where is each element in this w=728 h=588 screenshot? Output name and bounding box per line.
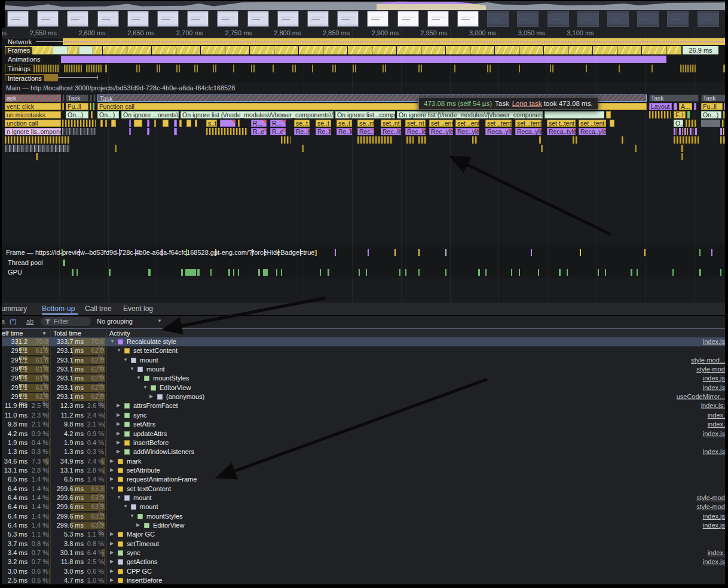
flame-fragment[interactable]: [545, 111, 604, 118]
tab-ummary[interactable]: ummary: [1, 303, 34, 315]
table-row[interactable]: 34.6 ms7.3 %34.9 ms7.4 %▶mark: [0, 457, 728, 466]
flame-fragment[interactable]: [238, 120, 240, 127]
expander-closed-icon[interactable]: ▶: [117, 449, 120, 454]
flame-fragment[interactable]: [154, 120, 156, 127]
flame-fragment[interactable]: [610, 120, 614, 127]
expander-open-icon[interactable]: ▼: [123, 504, 128, 509]
flame-fragment[interactable]: [674, 103, 677, 110]
source-link[interactable]: style-mod: [696, 494, 725, 501]
flame-block[interactable]: Reca..tyle: [547, 128, 576, 135]
source-link[interactable]: index.js: [703, 338, 725, 345]
flame-fragment[interactable]: [90, 95, 92, 102]
flame-fragment[interactable]: [186, 120, 191, 127]
flame-fragment[interactable]: [36, 153, 38, 160]
flame-fragment[interactable]: [539, 136, 541, 144]
flame-block[interactable]: R...: [251, 120, 267, 127]
flame-fragment[interactable]: [418, 136, 427, 144]
expander-open-icon[interactable]: ▼: [130, 366, 134, 371]
column-total-time[interactable]: Total time: [53, 330, 81, 337]
flame-block[interactable]: unction call: [5, 120, 61, 127]
flame-fragment[interactable]: [174, 120, 177, 127]
table-row[interactable]: 6.5 ms1.4 %6.5 ms1.4 %▶requestAnimationF…: [0, 475, 728, 484]
flame-fragment[interactable]: [357, 136, 393, 144]
flame-block[interactable]: set ..tent: [515, 120, 542, 127]
flame-fragment[interactable]: [541, 145, 543, 152]
expander-closed-icon[interactable]: ▶: [136, 522, 140, 528]
table-row[interactable]: 1.9 ms0.4 %1.9 ms0.4 %▶insertBefore: [0, 438, 728, 447]
table-row[interactable]: 3.7 ms0.8 %3.8 ms0.8 %▶setTimeout: [0, 540, 728, 549]
expander-closed-icon[interactable]: ▶: [149, 394, 153, 399]
flame-block[interactable]: Rec..le: [357, 128, 374, 135]
source-link[interactable]: style-mod: [696, 503, 725, 510]
flame-block[interactable]: Rec..yle: [429, 128, 453, 135]
table-row[interactable]: 2.5 ms0.5 %4.7 ms1.0 %▶insertBefore: [0, 576, 728, 584]
table-row[interactable]: 291.1 ms61.6 %293.1 ms62.0 %▼mountstyle-…: [0, 356, 728, 365]
table-row[interactable]: 6.4 ms1.4 %299.6 ms63.3 %▼mountstyle-mod: [0, 502, 728, 511]
source-link[interactable]: index.js: [703, 430, 725, 437]
expander-closed-icon[interactable]: ▶: [110, 577, 114, 583]
frame-duration-badge[interactable]: 26.9 ms: [683, 46, 718, 54]
filmstrip-thumbnail[interactable]: [367, 11, 389, 27]
screenshot-filmstrip[interactable]: [5, 10, 725, 28]
expander-closed-icon[interactable]: ▶: [117, 431, 120, 436]
filmstrip-thumbnail[interactable]: [517, 11, 539, 27]
flame-block[interactable]: On ignore list (\/node_modules\/|\/bower…: [397, 111, 543, 118]
flame-block[interactable]: On...): [701, 111, 721, 118]
flame-block[interactable]: On...): [97, 111, 119, 118]
table-row[interactable]: 4.2 ms0.9 %4.2 ms0.9 %▶updateAttrsindex.…: [0, 429, 728, 438]
table-row[interactable]: 6.4 ms1.4 %299.6 ms63.3 %▼set textConten…: [0, 485, 728, 493]
tab-event-log[interactable]: Event log: [123, 303, 156, 315]
flame-fragment[interactable]: [681, 153, 683, 160]
grouping-dropdown-arrow-icon[interactable]: ▼: [157, 318, 162, 324]
table-row[interactable]: 291.1 ms61.6 %293.1 ms62.0 %▼EditorViewi…: [0, 383, 728, 392]
source-link[interactable]: index.js: [703, 374, 725, 382]
table-row[interactable]: 291.1 ms61.6 %293.1 ms62.0 %▼mountstyle-…: [0, 365, 728, 374]
flame-fragment[interactable]: [220, 120, 235, 127]
expander-closed-icon[interactable]: ▶: [117, 412, 120, 418]
flame-fragment[interactable]: [62, 120, 96, 127]
table-row[interactable]: 3.2 ms0.7 %11.8 ms2.5 %▶getActionsindex.…: [0, 557, 728, 566]
flame-fragment[interactable]: [163, 120, 169, 127]
flame-block[interactable]: Task: [66, 95, 88, 102]
flame-fragment[interactable]: [129, 128, 131, 135]
flame-block[interactable]: Layout: [649, 103, 672, 110]
flame-block[interactable]: R..e: [251, 128, 267, 135]
flame-block[interactable]: se..t: [337, 120, 352, 127]
flame-fragment[interactable]: [90, 103, 91, 110]
flame-fragment[interactable]: [406, 136, 414, 144]
flame-block[interactable]: set..nt: [405, 120, 426, 127]
flame-fragment[interactable]: [91, 111, 93, 118]
flame-fragment[interactable]: [5, 145, 69, 152]
flame-fragment[interactable]: [93, 95, 96, 102]
expander-open-icon[interactable]: ▼: [123, 357, 128, 362]
source-link[interactable]: index.js: [703, 384, 725, 391]
main-thread-title[interactable]: Main — http://localhost:3000/projects/bd…: [6, 84, 235, 92]
table-row[interactable]: 11.9 ms2.5 %12.3 ms2.6 %▶attrsFromFaceti…: [0, 401, 728, 410]
expander-closed-icon[interactable]: ▶: [117, 403, 120, 408]
filmstrip-thumbnail[interactable]: [397, 11, 419, 27]
source-link[interactable]: index.js:: [701, 402, 725, 409]
flame-block[interactable]: O...: [674, 120, 683, 127]
flame-fragment[interactable]: [606, 111, 611, 118]
flame-block[interactable]: Re..e: [294, 128, 310, 135]
flame-fragment[interactable]: [472, 136, 478, 144]
expander-closed-icon[interactable]: ▶: [110, 541, 114, 546]
column-self-time[interactable]: elf time: [2, 330, 23, 337]
flame-fragment[interactable]: [174, 128, 177, 135]
filmstrip-thumbnail[interactable]: [487, 11, 509, 27]
expander-closed-icon[interactable]: ▶: [110, 550, 114, 555]
expander-open-icon[interactable]: ▼: [117, 348, 121, 353]
filmstrip-thumbnail[interactable]: [667, 11, 689, 27]
expander-closed-icon[interactable]: ▶: [110, 531, 114, 537]
filmstrip-thumbnail[interactable]: [457, 11, 479, 27]
expander-closed-icon[interactable]: ▶: [117, 421, 120, 426]
flame-block[interactable]: s..t: [206, 120, 217, 127]
flame-block[interactable]: On...): [66, 111, 88, 118]
table-row[interactable]: 13.1 ms2.8 %13.1 ms2.8 %▶setAttribute: [0, 466, 728, 475]
filmstrip-thumbnail[interactable]: [127, 11, 149, 27]
cpu-overview-strip[interactable]: [5, 1, 725, 10]
filmstrip-thumbnail[interactable]: [247, 11, 269, 27]
flame-block[interactable]: vent: click: [5, 103, 61, 110]
flame-fragment[interactable]: [5, 136, 69, 144]
filmstrip-thumbnail[interactable]: [577, 11, 599, 27]
